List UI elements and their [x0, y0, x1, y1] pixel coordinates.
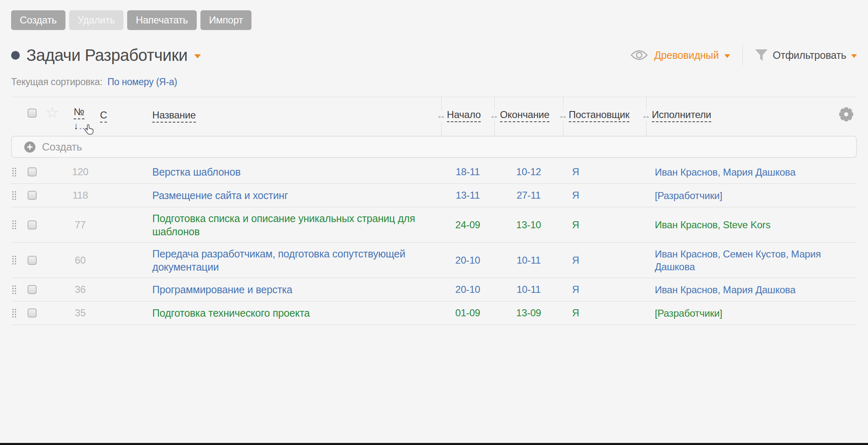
task-rows: 120 Верстка шаблонов 18-11 10-12 Я Иван …	[11, 160, 857, 325]
drag-handle[interactable]	[12, 220, 16, 229]
end-header-label[interactable]: Окончание	[500, 109, 549, 122]
mouse-hand-cursor	[84, 124, 95, 137]
filter-icon	[755, 49, 768, 62]
chevron-down-icon	[851, 54, 857, 58]
gear-icon[interactable]	[839, 107, 854, 122]
print-button[interactable]: Напечатать	[127, 10, 197, 30]
view-mode-selector[interactable]: Древовидный	[630, 49, 730, 61]
column-resize-icon[interactable]: ↔	[642, 110, 651, 121]
column-header-end: ↔ Окончание	[494, 97, 563, 135]
task-name-link[interactable]: Подготовка списка и описание уникальных …	[152, 212, 441, 238]
title-dropdown[interactable]: Задачи Разработчики	[11, 46, 201, 65]
drag-handle[interactable]	[12, 285, 16, 294]
task-name-link[interactable]: Верстка шаблонов	[152, 165, 441, 178]
chevron-down-icon	[724, 54, 730, 58]
eye-icon	[630, 49, 648, 61]
drag-handle[interactable]	[12, 168, 16, 176]
column-resize-icon[interactable]: ↔	[558, 110, 568, 121]
task-end-date: 10-11	[494, 284, 563, 295]
row-checkbox[interactable]	[28, 167, 37, 176]
column-header-number: № ↓…	[64, 97, 97, 135]
toolbar: Создать Удалить Напечатать Импорт	[11, 0, 857, 30]
drag-handle[interactable]	[12, 256, 16, 264]
task-assignees: Иван Краснов, Семен Кустов, Мария Дашков…	[646, 248, 835, 273]
table-row: 60 Передача разработчикам, подготовка со…	[11, 243, 857, 278]
table-row: 120 Верстка шаблонов 18-11 10-12 Я Иван …	[11, 160, 857, 184]
import-button[interactable]: Импорт	[200, 10, 252, 30]
sorting-value-link[interactable]: По номеру (Я-а)	[107, 76, 177, 88]
current-sorting: Текущая сортировка: По номеру (Я-а)	[11, 76, 857, 88]
inline-create-label: Создать	[42, 141, 82, 153]
task-name-link[interactable]: Размещение сайта и хостинг	[152, 189, 441, 202]
task-assignees: Иван Краснов, Мария Дашкова	[646, 283, 835, 296]
task-assignees: [Разработчики]	[646, 189, 835, 202]
task-end-date: 10-12	[494, 166, 563, 178]
task-start-date: 18-11	[441, 166, 494, 178]
filter-button[interactable]: Отфильтровать	[755, 49, 857, 62]
task-start-date: 13-11	[441, 190, 494, 201]
delete-button[interactable]: Удалить	[69, 10, 123, 30]
number-header-label[interactable]: №	[74, 107, 84, 119]
drag-column-header	[11, 97, 23, 135]
task-start-date: 01-09	[441, 307, 494, 319]
task-owner: Я	[563, 190, 646, 201]
table-header: ☆ № ↓… С Название ↔ Начало ↔ Окончани	[11, 97, 857, 135]
task-number: 77	[64, 219, 97, 231]
task-end-date: 13-10	[494, 219, 563, 231]
drag-handle[interactable]	[12, 191, 16, 200]
star-column-header: ☆	[41, 97, 64, 135]
select-all-checkbox[interactable]	[28, 109, 37, 118]
title-row: Задачи Разработчики Древовидный Отфильтр…	[11, 45, 857, 65]
plus-icon	[24, 141, 35, 153]
column-header-owner: ↔ Постановщик	[563, 97, 646, 135]
task-assignees: Иван Краснов, Мария Дашкова	[646, 166, 835, 178]
task-assignees: [Разработчики]	[646, 307, 835, 320]
task-end-date: 13-09	[494, 307, 563, 319]
task-owner: Я	[563, 166, 646, 178]
list-color-bullet	[11, 51, 20, 60]
task-list-page: { "toolbar": { "create": "Создать", "del…	[0, 0, 868, 445]
star-icon[interactable]: ☆	[46, 104, 59, 121]
task-start-date: 20-10	[441, 284, 494, 295]
task-start-date: 24-09	[441, 219, 494, 231]
sorting-label: Текущая сортировка:	[11, 76, 102, 88]
c-header-label[interactable]: С	[100, 110, 107, 123]
column-header-assignees: ↔ Исполнители	[646, 97, 835, 135]
task-name-link[interactable]: Передача разработчикам, подготовка сопут…	[152, 247, 441, 273]
table-row: 36 Программирование и верстка 20-10 10-1…	[11, 278, 857, 301]
task-owner: Я	[563, 255, 646, 266]
column-settings-cell	[835, 97, 857, 135]
task-number: 60	[64, 255, 97, 266]
sort-arrow-icon: ↓	[74, 120, 79, 131]
create-button[interactable]: Создать	[11, 10, 65, 30]
column-resize-icon[interactable]: ↔	[490, 110, 499, 121]
task-end-date: 27-11	[494, 190, 563, 201]
task-owner: Я	[563, 219, 646, 231]
column-header-name: Название	[152, 97, 441, 135]
task-end-date: 10-11	[494, 255, 563, 266]
drag-handle[interactable]	[12, 309, 16, 318]
task-number: 120	[64, 166, 97, 178]
task-name-link[interactable]: Подготовка технического проекта	[152, 306, 441, 320]
column-header-c: С	[97, 97, 152, 135]
task-owner: Я	[563, 307, 646, 319]
task-number: 36	[64, 284, 97, 295]
row-checkbox[interactable]	[28, 191, 37, 200]
row-checkbox[interactable]	[28, 308, 37, 318]
divider	[742, 45, 743, 65]
task-assignees: Иван Краснов, Steve Kors	[646, 218, 835, 231]
start-header-label[interactable]: Начало	[447, 109, 481, 122]
inline-create-row[interactable]: Создать	[11, 136, 857, 158]
row-checkbox[interactable]	[28, 285, 37, 294]
task-owner: Я	[563, 284, 646, 295]
name-header-label[interactable]: Название	[152, 110, 196, 123]
owner-header-label[interactable]: Постановщик	[569, 109, 629, 122]
row-checkbox[interactable]	[28, 256, 37, 265]
page-title: Задачи Разработчики	[26, 46, 188, 65]
select-all-cell	[23, 97, 41, 135]
row-checkbox[interactable]	[28, 220, 37, 229]
task-name-link[interactable]: Программирование и верстка	[152, 283, 441, 296]
view-mode-label: Древовидный	[654, 49, 719, 61]
column-header-start: ↔ Начало	[441, 97, 494, 135]
assignees-header-label[interactable]: Исполнители	[652, 109, 711, 122]
